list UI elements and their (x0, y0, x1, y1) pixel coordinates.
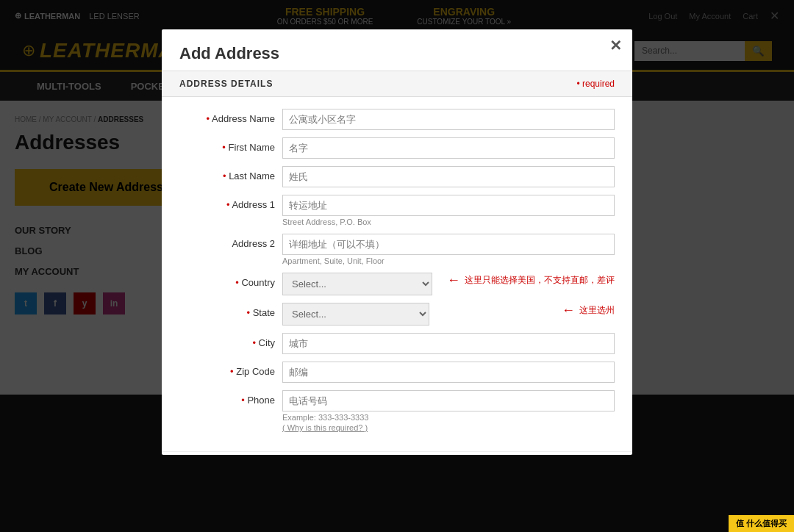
modal-title: Add Address (162, 29, 632, 71)
phone-label: Phone (179, 390, 275, 395)
address2-field[interactable] (282, 234, 615, 255)
last-name-label: Last Name (179, 166, 275, 181)
city-label: City (179, 333, 275, 348)
country-select[interactable]: Select... United States (282, 273, 432, 295)
state-row: State Select... Alabama Alaska Californi… (179, 303, 615, 326)
country-label: Country (179, 273, 275, 288)
first-name-row: First Name (179, 137, 615, 159)
country-arrow-icon: ← (447, 273, 460, 288)
last-name-row: Last Name (179, 166, 615, 187)
state-annotation: ← 这里选州 (562, 303, 615, 318)
country-row: Country Select... United States ← 这里只能选择… (179, 273, 615, 295)
phone-field[interactable] (282, 390, 615, 395)
section-header: ADDRESS DETAILS • required (162, 71, 632, 97)
address1-input-wrapper: Street Address, P.O. Box (282, 195, 615, 226)
state-label: State (179, 303, 275, 318)
state-select[interactable]: Select... Alabama Alaska California (282, 303, 429, 326)
address2-input-wrapper: Apartment, Suite, Unit, Floor (282, 234, 615, 265)
state-arrow-icon: ← (562, 303, 575, 318)
address2-label: Address 2 (179, 234, 275, 249)
phone-input-wrapper: Example: 333-333-3333 ( Why is this requ… (282, 390, 615, 395)
required-note: • required (576, 79, 615, 89)
add-address-modal: ✕ Add Address ADDRESS DETAILS • required… (162, 29, 632, 395)
modal-close-button[interactable]: ✕ (609, 37, 622, 54)
form-body: Address Name First Name Last Name (162, 97, 632, 395)
city-input-wrapper (282, 333, 615, 354)
address-name-row: Address Name (179, 109, 615, 130)
city-row: City (179, 333, 615, 354)
last-name-input-wrapper (282, 166, 615, 187)
first-name-label: First Name (179, 137, 275, 153)
address-name-label: Address Name (179, 109, 275, 124)
zip-input-wrapper (282, 362, 615, 383)
address1-field[interactable] (282, 195, 615, 216)
address1-label: Address 1 (179, 195, 275, 210)
city-field[interactable] (282, 333, 615, 354)
zip-row: Zip Code (179, 362, 615, 383)
zip-label: Zip Code (179, 362, 275, 377)
phone-row: Phone Example: 333-333-3333 ( Why is thi… (179, 390, 615, 395)
address2-sublabel: Apartment, Suite, Unit, Floor (282, 256, 615, 265)
address2-row: Address 2 Apartment, Suite, Unit, Floor (179, 234, 615, 265)
address1-sublabel: Street Address, P.O. Box (282, 218, 615, 226)
country-annotation-text: 这里只能选择美国，不支持直邮，差评 (465, 274, 615, 287)
country-annotation: ← 这里只能选择美国，不支持直邮，差评 (447, 273, 615, 288)
address-name-input-wrapper (282, 109, 615, 130)
last-name-field[interactable] (282, 166, 615, 187)
first-name-input-wrapper (282, 137, 615, 159)
address-name-field[interactable] (282, 109, 615, 130)
section-label: ADDRESS DETAILS (179, 79, 273, 89)
country-input-wrapper: Select... United States (282, 273, 432, 295)
state-annotation-text: 这里选州 (579, 304, 615, 317)
modal-overlay: ✕ Add Address ADDRESS DETAILS • required… (0, 0, 794, 395)
address1-row: Address 1 Street Address, P.O. Box (179, 195, 615, 226)
zip-field[interactable] (282, 362, 615, 383)
state-input-wrapper: Select... Alabama Alaska California (282, 303, 547, 326)
first-name-field[interactable] (282, 137, 615, 159)
